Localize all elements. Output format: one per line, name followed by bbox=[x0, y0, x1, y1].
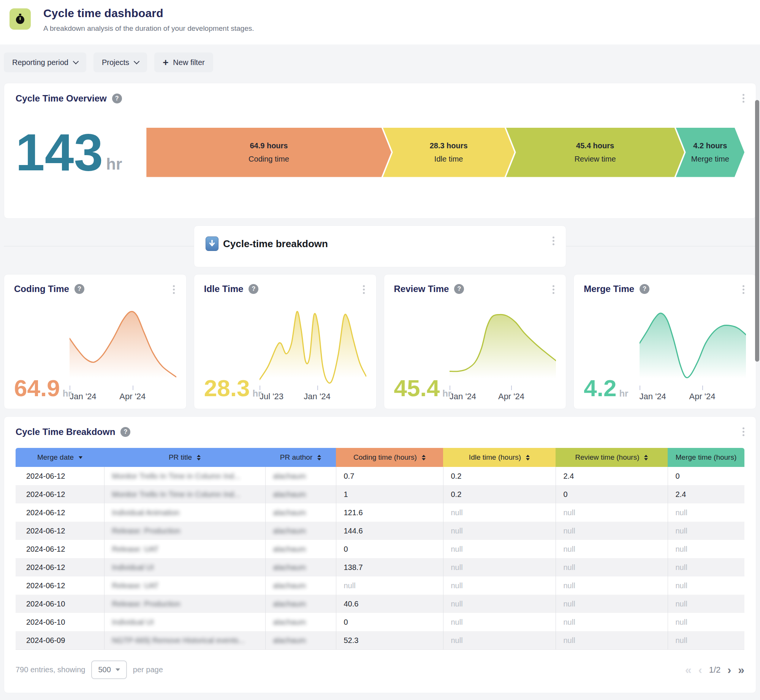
pr-author-cell: alachaum bbox=[265, 485, 336, 503]
sort-icon bbox=[644, 453, 648, 462]
pr-title-cell: Release: Production bbox=[104, 595, 265, 613]
cycle-funnel: 64.9 hoursCoding time28.3 hoursIdle time… bbox=[146, 128, 744, 177]
per-page-select[interactable]: 500 bbox=[91, 660, 127, 679]
first-page-button[interactable]: « bbox=[685, 664, 692, 676]
column-header-pr-title[interactable]: PR title bbox=[104, 448, 265, 467]
sort-icon bbox=[317, 453, 321, 462]
axis-tick bbox=[133, 386, 133, 390]
kebab-menu-icon[interactable] bbox=[741, 284, 746, 295]
redacted-text: Individual Animation bbox=[112, 508, 180, 517]
stage-hours: 4.2 hours bbox=[693, 141, 727, 150]
column-label: PR title bbox=[169, 453, 192, 462]
kebab-menu-icon[interactable] bbox=[361, 284, 366, 295]
value-unit: hr bbox=[619, 388, 628, 399]
kebab-menu-icon[interactable] bbox=[551, 235, 556, 247]
help-icon[interactable]: ? bbox=[249, 284, 258, 294]
idle-time-sparkline bbox=[260, 308, 366, 384]
help-icon[interactable]: ? bbox=[74, 284, 84, 294]
column-header-idle-time-hours[interactable]: Idle time (hours) bbox=[443, 448, 556, 467]
idle-time-cell: null bbox=[443, 631, 556, 650]
next-page-button[interactable]: › bbox=[727, 664, 731, 676]
table-row: 2024-06-12Release: UATalachaumnullnullnu… bbox=[16, 576, 744, 595]
kebab-menu-icon[interactable] bbox=[171, 284, 176, 295]
merge-time-cell: null bbox=[668, 595, 744, 613]
coding-time-cell: 52.3 bbox=[336, 631, 443, 650]
redacted-text: Release: Production bbox=[112, 600, 180, 608]
coding-time-card: Coding Time?Jan '24Apr '2464.9hr bbox=[4, 274, 187, 409]
idle-time-cell: null bbox=[443, 595, 556, 613]
help-icon[interactable]: ? bbox=[112, 94, 122, 103]
merge-time-cell: null bbox=[668, 631, 744, 650]
new-filter-label: New filter bbox=[173, 58, 204, 67]
redacted-text: alachaum bbox=[273, 490, 306, 498]
redacted-text: Release: Production bbox=[112, 527, 180, 535]
pr-title-cell: Release: UAT bbox=[104, 540, 265, 558]
idle-time-card: Idle Time?Jul '23Jan '2428.3hr bbox=[194, 274, 377, 409]
sort-icon bbox=[526, 453, 530, 462]
idle-time-cell: 0.2 bbox=[443, 467, 556, 485]
pr-author-cell: alachaum bbox=[265, 522, 336, 540]
redacted-text: Monitor Trello In Time in Column Ind... bbox=[112, 490, 241, 498]
table-footer: 790 entries, showing 500 per page « ‹ 1/… bbox=[4, 650, 756, 693]
coding-time-title: Coding Time bbox=[14, 284, 69, 294]
coding-time-cell: 138.7 bbox=[336, 558, 443, 576]
kebab-menu-icon[interactable] bbox=[551, 284, 556, 295]
column-header-review-time-hours[interactable]: Review time (hours) bbox=[556, 448, 668, 467]
table-row: 2024-06-12Release: Productionalachaum144… bbox=[16, 522, 744, 540]
pr-author-cell: alachaum bbox=[265, 595, 336, 613]
review-time-cell: null bbox=[556, 631, 668, 650]
mini-cards-row: Coding Time?Jan '24Apr '2464.9hrIdle Tim… bbox=[4, 274, 756, 409]
column-label: Merge date bbox=[37, 453, 74, 462]
new-filter-button[interactable]: + New filter bbox=[154, 52, 213, 72]
help-icon[interactable]: ? bbox=[640, 284, 649, 294]
pr-author-cell: alachaum bbox=[265, 540, 336, 558]
pr-title-cell: Release: UAT bbox=[104, 576, 265, 595]
help-icon[interactable]: ? bbox=[454, 284, 464, 294]
axis-tick-label: Apr '24 bbox=[498, 392, 524, 402]
review-time-value: 45.4hr bbox=[394, 378, 452, 399]
caret-down-icon bbox=[116, 668, 120, 673]
table-row: 2024-06-12Individual Animationalachaum12… bbox=[16, 503, 744, 522]
coding-time-cell: 0.7 bbox=[336, 467, 443, 485]
merge-time-cell: null bbox=[668, 503, 744, 522]
redacted-text: alachaum bbox=[273, 581, 306, 590]
sort-icon bbox=[197, 453, 201, 462]
chevron-down-icon bbox=[134, 59, 140, 65]
column-header-merge-time-hours[interactable]: Merge time (hours) bbox=[668, 448, 744, 467]
value-number: 45.4 bbox=[394, 378, 440, 399]
filter-bar: Reporting period Projects + New filter bbox=[0, 44, 760, 72]
reporting-period-filter-button[interactable]: Reporting period bbox=[4, 52, 86, 72]
review-time-card: Review Time?Jan '24Apr '2445.4hr bbox=[384, 274, 567, 409]
kebab-menu-icon[interactable] bbox=[741, 92, 746, 104]
stage-label: Coding time bbox=[249, 155, 289, 163]
x-axis: Jan '24Apr '24 bbox=[450, 386, 556, 402]
kebab-menu-icon[interactable] bbox=[741, 426, 746, 438]
pr-title-cell: Monitor Trello In Time in Column Ind... bbox=[104, 485, 265, 503]
stage-label: Idle time bbox=[434, 155, 463, 163]
last-page-button[interactable]: » bbox=[738, 664, 744, 676]
review-time-cell: null bbox=[556, 595, 668, 613]
sort-desc-icon bbox=[79, 456, 82, 461]
vertical-scrollbar[interactable] bbox=[755, 100, 759, 362]
prev-page-button[interactable]: ‹ bbox=[698, 664, 702, 676]
idle-time-value: 28.3hr bbox=[204, 378, 262, 399]
stage-label: Review time bbox=[575, 155, 616, 163]
merge-date-cell: 2024-06-10 bbox=[16, 613, 104, 631]
column-header-merge-date[interactable]: Merge date bbox=[16, 448, 104, 467]
stage-hours: 28.3 hours bbox=[430, 141, 468, 150]
review-time-title: Review Time bbox=[394, 284, 449, 294]
stage-hours: 45.4 hours bbox=[576, 141, 614, 150]
column-label: Coding time (hours) bbox=[353, 453, 417, 462]
table-row: 2024-06-10Individual UIalachaum0nullnull… bbox=[16, 613, 744, 631]
column-header-pr-author[interactable]: PR author bbox=[265, 448, 336, 467]
redacted-text: alachaum bbox=[273, 508, 306, 517]
breakdown-table: Merge datePR titlePR authorCoding time (… bbox=[16, 448, 744, 650]
page-subtitle: A breakdown analysis of the duration of … bbox=[43, 24, 254, 33]
merge-date-cell: 2024-06-12 bbox=[16, 522, 104, 540]
help-icon[interactable]: ? bbox=[120, 427, 130, 437]
coding-time-cell: 121.6 bbox=[336, 503, 443, 522]
table-card-title: Cycle Time Breakdown bbox=[16, 427, 115, 437]
pr-title-cell: Individual UI bbox=[104, 613, 265, 631]
projects-filter-button[interactable]: Projects bbox=[93, 52, 147, 72]
column-header-coding-time-hours[interactable]: Coding time (hours) bbox=[336, 448, 443, 467]
